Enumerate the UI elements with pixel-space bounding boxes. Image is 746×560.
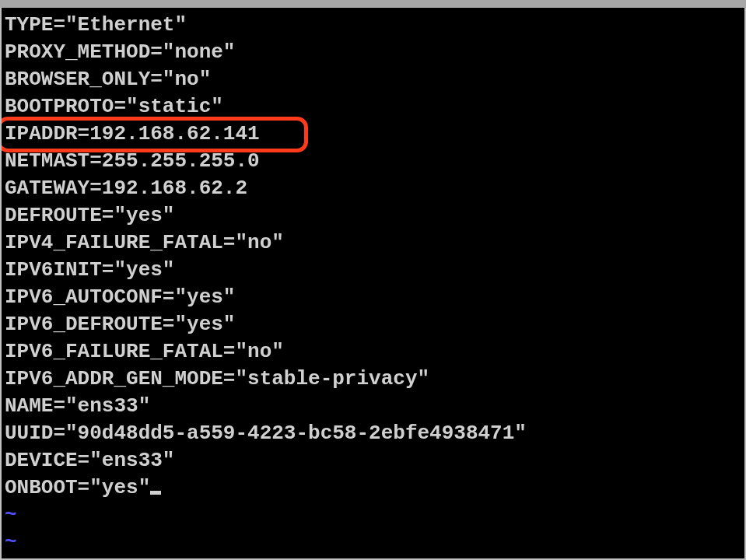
config-line-proxy-method: PROXY_METHOD="none" [5, 39, 741, 66]
config-line-ipv4-failure-fatal: IPV4_FAILURE_FATAL="no" [5, 229, 741, 257]
empty-line-tilde: ~ [5, 556, 741, 558]
window-top-border [0, 0, 746, 8]
config-line-name: NAME="ens33" [5, 393, 741, 420]
config-line-ipaddr: IPADDR=192.168.62.141 [5, 121, 741, 148]
empty-line-tilde: ~ [5, 502, 741, 529]
onboot-text: ONBOOT="yes" [5, 476, 150, 499]
config-line-ipv6-autoconf: IPV6_AUTOCONF="yes" [5, 284, 741, 311]
config-line-browser-only: BROWSER_ONLY="no" [5, 66, 741, 93]
terminal-cursor [150, 491, 161, 495]
config-line-defroute: DEFROUTE="yes" [5, 202, 741, 229]
empty-line-tilde: ~ [5, 529, 741, 556]
config-line-ipv6-defroute: IPV6_DEFROUTE="yes" [5, 311, 741, 338]
config-line-bootproto: BOOTPROTO="static" [5, 93, 741, 121]
config-line-uuid: UUID="90d48dd5-a559-4223-bc58-2ebfe49384… [5, 420, 741, 447]
config-line-ipv6-failure-fatal: IPV6_FAILURE_FATAL="no" [5, 338, 741, 366]
config-line-device: DEVICE="ens33" [5, 447, 741, 474]
terminal-editor[interactable]: TYPE="Ethernet" PROXY_METHOD="none" BROW… [2, 8, 744, 558]
config-line-type: TYPE="Ethernet" [5, 12, 741, 39]
config-line-gateway: GATEWAY=192.168.62.2 [5, 175, 741, 202]
config-line-onboot: ONBOOT="yes" [5, 474, 741, 502]
config-line-netmast: NETMAST=255.255.255.0 [5, 148, 741, 175]
config-line-ipv6-addr-gen-mode: IPV6_ADDR_GEN_MODE="stable-privacy" [5, 366, 741, 393]
config-line-ipv6init: IPV6INIT="yes" [5, 257, 741, 284]
